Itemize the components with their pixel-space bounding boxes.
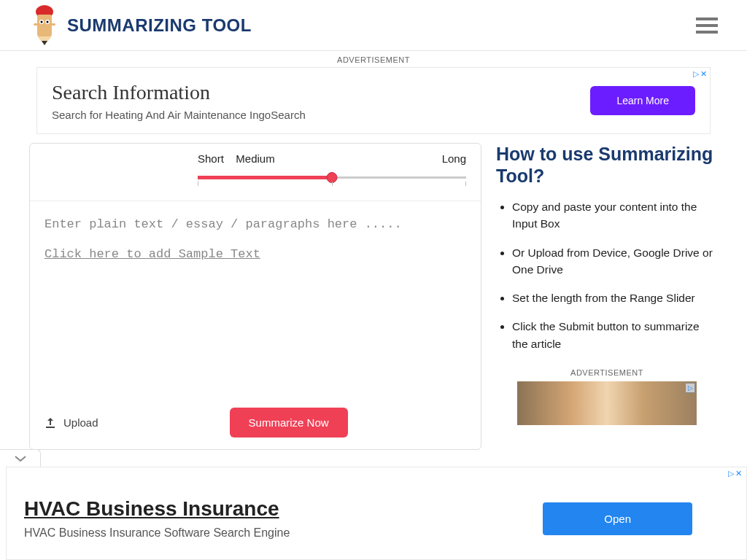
ad-choices-icon[interactable]: ▷ [693,69,699,79]
bottom-advertisement[interactable]: HVAC Business Insurance HVAC Business In… [6,467,747,560]
list-item: Or Upload from Device, Google Drive or O… [512,244,718,279]
side-advertisement[interactable]: ▷ [517,381,697,425]
ad-description: HVAC Business Insurance Software Search … [24,526,290,540]
ad-label-side: ADVERTISEMENT [496,368,718,377]
upload-button[interactable]: Upload [44,416,98,429]
menu-hamburger-icon[interactable] [696,18,718,34]
input-placeholder: Enter plain text / essay / paragraphs he… [44,217,466,231]
slider-label-medium: Medium [236,152,274,165]
ad-learn-more-button[interactable]: Learn More [590,86,695,115]
length-slider-row: Short Medium Long [30,144,481,201]
length-slider[interactable] [198,171,466,189]
sample-text-link[interactable]: Click here to add Sample Text [44,247,466,261]
pencil-mascot-icon [29,4,60,47]
ad-description: Search for Heating And Air Maintenance I… [52,109,306,121]
ad-open-button[interactable]: Open [543,502,692,535]
svg-point-5 [41,20,43,23]
logo-text: SUMMARIZING TOOL [67,15,252,36]
svg-rect-9 [51,23,55,26]
logo[interactable]: SUMMARIZING TOOL [29,4,252,47]
summarizer-panel: Short Medium Long Enter plain text / ess… [29,143,481,450]
ad-close-icon[interactable]: ✕ [700,69,707,79]
howto-list: Copy and paste your content into the Inp… [496,198,718,352]
ad-close-icon[interactable]: ✕ [735,469,742,478]
howto-title: How to use Summarizing Tool? [496,143,718,187]
ad-choices-icon[interactable]: ▷ [685,383,695,393]
header: SUMMARIZING TOOL [0,0,747,51]
text-input-area[interactable]: Enter plain text / essay / paragraphs he… [30,201,481,397]
chevron-down-icon [14,454,27,463]
upload-label: Upload [63,416,98,429]
ad-info-controls[interactable]: ▷ ✕ [693,69,707,79]
ad-title: Search Information [52,81,306,104]
ad-choices-icon[interactable]: ▷ [728,469,734,478]
ad-info-controls[interactable]: ▷ ✕ [728,469,742,478]
slider-label-short: Short [198,152,224,165]
svg-point-7 [47,20,49,23]
ad-title[interactable]: HVAC Business Insurance [24,497,290,521]
expand-tab[interactable] [0,449,41,467]
svg-rect-8 [34,23,38,26]
list-item: Copy and paste your content into the Inp… [512,198,718,233]
slider-label-long: Long [442,152,466,165]
svg-marker-3 [42,41,47,45]
svg-rect-1 [37,15,52,36]
list-item: Click the Submit button to summarize the… [512,318,718,352]
top-advertisement[interactable]: Search Information Search for Heating An… [36,67,711,134]
upload-icon [44,417,56,429]
ad-label-top: ADVERTISEMENT [0,51,747,67]
list-item: Set the length from the Range Slider [512,289,718,306]
summarize-button[interactable]: Summarize Now [230,408,348,438]
